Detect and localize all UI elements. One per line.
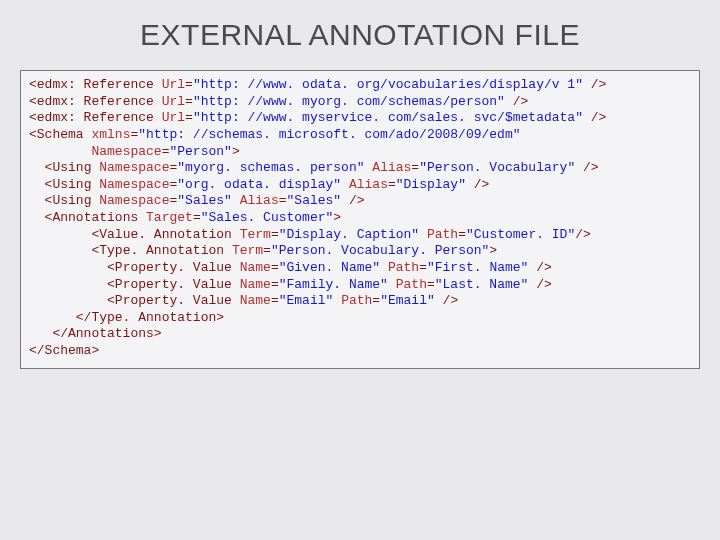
- slide: EXTERNAL ANNOTATION FILE <edmx: Referenc…: [0, 0, 720, 540]
- code-line: <Value. Annotation Term="Display. Captio…: [29, 227, 591, 242]
- code-block: <edmx: Reference Url="http: //www. odata…: [20, 70, 700, 369]
- code-line: <Annotations Target="Sales. Customer">: [29, 210, 341, 225]
- code-line: <Type. Annotation Term="Person. Vocabula…: [29, 243, 497, 258]
- code-line: <Property. Value Name="Family. Name" Pat…: [29, 277, 552, 292]
- code-line: </Schema>: [29, 343, 99, 358]
- code-line: <Using Namespace="Sales" Alias="Sales" /…: [29, 193, 365, 208]
- code-line: <edmx: Reference Url="http: //www. myser…: [29, 110, 606, 125]
- code-line: <Schema xmlns="http: //schemas. microsof…: [29, 127, 521, 142]
- code-line: </Type. Annotation>: [29, 310, 224, 325]
- code-line: <edmx: Reference Url="http: //www. odata…: [29, 77, 606, 92]
- code-line: <Using Namespace="myorg. schemas. person…: [29, 160, 599, 175]
- code-line: <Property. Value Name="Given. Name" Path…: [29, 260, 552, 275]
- code-line: <Property. Value Name="Email" Path="Emai…: [29, 293, 458, 308]
- code-line: <Using Namespace="org. odata. display" A…: [29, 177, 489, 192]
- code-line: Namespace="Person">: [29, 144, 240, 159]
- code-line: </Annotations>: [29, 326, 162, 341]
- slide-title: EXTERNAL ANNOTATION FILE: [20, 18, 700, 52]
- code-line: <edmx: Reference Url="http: //www. myorg…: [29, 94, 528, 109]
